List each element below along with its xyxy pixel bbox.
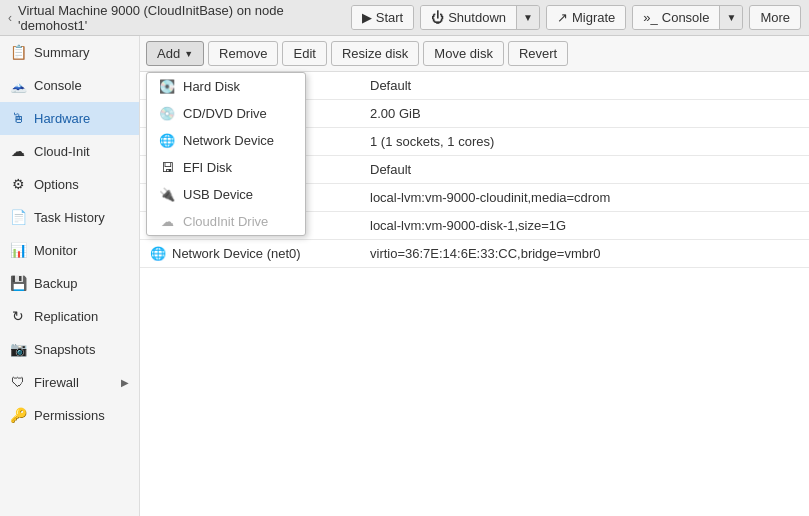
table-row[interactable]: 🌐Network Device (net0) virtio=36:7E:14:6… [140,240,809,268]
dropdown-item-usb-device[interactable]: 🔌 USB Device [147,181,305,208]
add-dropdown-menu: 💽 Hard Disk 💿 CD/DVD Drive 🌐 Network Dev… [146,72,306,236]
row-value-cell: virtio=36:7E:14:6E:33:CC,bridge=vmbr0 [360,240,809,268]
sidebar-item-hardware[interactable]: 🖱 Hardware [0,102,139,135]
start-icon: ▶ [362,10,372,25]
task-history-icon: 📄 [10,209,26,225]
replication-icon: ↻ [10,308,26,324]
sidebar-item-replication[interactable]: ↻ Replication [0,300,139,333]
dropdown-item-network-device[interactable]: 🌐 Network Device [147,127,305,154]
row-value-cell: 1 (1 sockets, 1 cores) [360,128,809,156]
options-icon: ⚙ [10,176,26,192]
efi-disk-icon: 🖫 [159,160,175,175]
usb-device-icon: 🔌 [159,187,175,202]
shutdown-arrow-icon: ▼ [523,12,533,23]
sidebar-item-cloud-init[interactable]: ☁ Cloud-Init [0,135,139,168]
vm-title: Virtual Machine 9000 (CloudInitBase) on … [18,3,345,33]
snapshots-icon: 📷 [10,341,26,357]
sidebar-item-task-history[interactable]: 📄 Task History [0,201,139,234]
move-disk-button[interactable]: Move disk [423,41,504,66]
row-value-cell: Default [360,72,809,100]
cloud-init-icon: ☁ [10,143,26,159]
console-sidebar-icon: 🗻 [10,77,26,93]
row-value-cell: 2.00 GiB [360,100,809,128]
dropdown-item-efi-disk[interactable]: 🖫 EFI Disk [147,154,305,181]
edit-button[interactable]: Edit [282,41,326,66]
cdvd-drive-icon: 💿 [159,106,175,121]
firewall-icon: 🛡 [10,374,26,390]
console-arrow-icon: ▼ [726,12,736,23]
row-value-cell: Default [360,156,809,184]
sidebar: 📋 Summary 🗻 Console 🖱 Hardware ☁ Cloud-I… [0,36,140,516]
firewall-arrow-icon: ▶ [121,377,129,388]
backup-icon: 💾 [10,275,26,291]
revert-button[interactable]: Revert [508,41,568,66]
main-layout: 📋 Summary 🗻 Console 🖱 Hardware ☁ Cloud-I… [0,36,809,516]
migrate-icon: ↗ [557,10,568,25]
resize-disk-button[interactable]: Resize disk [331,41,419,66]
topbar: ‹ Virtual Machine 9000 (CloudInitBase) o… [0,0,809,36]
cloudinit-drive-icon: ☁ [159,214,175,229]
dropdown-item-hard-disk[interactable]: 💽 Hard Disk [147,73,305,100]
sidebar-item-console[interactable]: 🗻 Console [0,69,139,102]
sidebar-item-permissions[interactable]: 🔑 Permissions [0,399,139,432]
sidebar-item-firewall[interactable]: 🛡 Firewall ▶ [0,366,139,399]
permissions-icon: 🔑 [10,407,26,423]
monitor-icon: 📊 [10,242,26,258]
row-type-cell: 🌐Network Device (net0) [140,240,360,268]
shutdown-icon: ⏻ [431,10,444,25]
network-device-icon: 🌐 [159,133,175,148]
console-button[interactable]: »_ Console ▼ [632,5,743,30]
more-button[interactable]: More [749,5,801,30]
hard-disk-icon: 💽 [159,79,175,94]
toolbar: Add ▼ Remove Edit Resize disk Move disk … [140,36,809,72]
sidebar-item-options[interactable]: ⚙ Options [0,168,139,201]
sidebar-item-monitor[interactable]: 📊 Monitor [0,234,139,267]
sidebar-item-backup[interactable]: 💾 Backup [0,267,139,300]
shutdown-button[interactable]: ⏻ Shutdown ▼ [420,5,540,30]
row-value-cell: local-lvm:vm-9000-cloudinit,media=cdrom [360,184,809,212]
vm-back-icon: ‹ [8,11,12,25]
row-value-cell: local-lvm:vm-9000-disk-1,size=1G [360,212,809,240]
add-button[interactable]: Add ▼ [146,41,204,66]
row-icon: 🌐 [150,246,166,261]
dropdown-item-cdvd-drive[interactable]: 💿 CD/DVD Drive [147,100,305,127]
start-button[interactable]: ▶ Start [351,5,414,30]
sidebar-item-snapshots[interactable]: 📷 Snapshots [0,333,139,366]
main-panel: Add ▼ Remove Edit Resize disk Move disk … [140,36,809,516]
dropdown-item-cloudinit-drive: ☁ CloudInit Drive [147,208,305,235]
sidebar-item-summary[interactable]: 📋 Summary [0,36,139,69]
hardware-icon: 🖱 [10,110,26,126]
summary-icon: 📋 [10,44,26,60]
remove-button[interactable]: Remove [208,41,278,66]
console-icon: »_ [643,10,657,25]
add-dropdown-arrow-icon: ▼ [184,49,193,59]
migrate-button[interactable]: ↗ Migrate [546,5,626,30]
